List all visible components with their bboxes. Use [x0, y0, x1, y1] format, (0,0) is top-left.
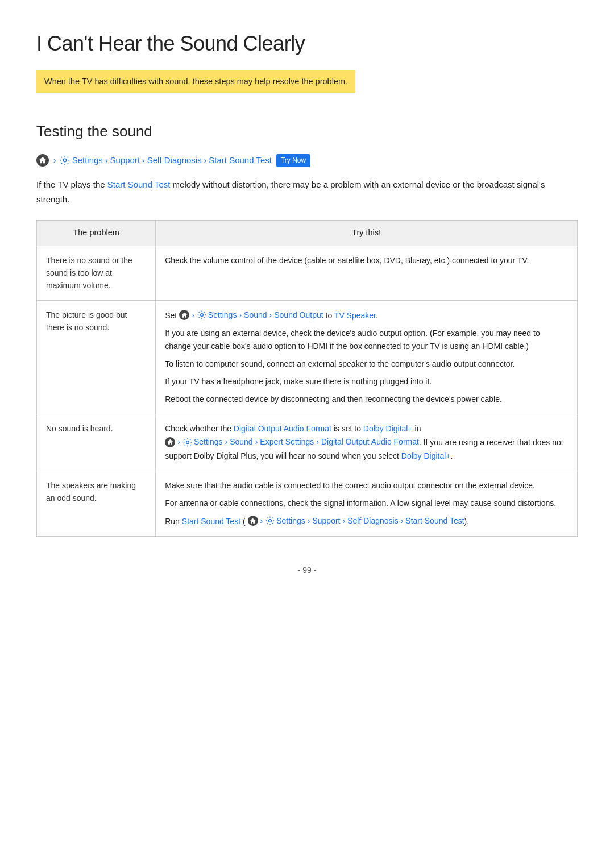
problem-cell-1: There is no sound or the sound is too lo…	[37, 246, 156, 300]
solution-para-4-2: For antenna or cable connections, check …	[165, 497, 568, 510]
intro-paragraph: If the TV plays the Start Sound Test mel…	[36, 177, 578, 206]
nav-start-sound-4: Start Sound Test	[405, 514, 464, 528]
solution-cell-1: Check the volume control of the device (…	[156, 246, 578, 300]
table-row: The speakers are making an odd sound. Ma…	[37, 471, 578, 536]
table-row: There is no sound or the sound is too lo…	[37, 246, 578, 300]
problem-cell-4: The speakers are making an odd sound.	[37, 471, 156, 536]
problem-cell-3: No sound is heard.	[37, 414, 156, 471]
col-solution-header: Try this!	[156, 221, 578, 246]
nav-sep-1: ›	[53, 154, 56, 167]
nav-support[interactable]: Support	[110, 153, 140, 167]
page-number: - 99 -	[36, 564, 578, 576]
nav-sep-2: ›	[105, 154, 108, 167]
nav-settings-inline: Settings	[208, 309, 237, 322]
section-title: Testing the sound	[36, 120, 578, 144]
solution-para-3-1: Check whether the Digital Output Audio F…	[165, 422, 568, 462]
gear-icon-sm-2	[182, 437, 193, 447]
svg-point-2	[186, 441, 189, 444]
nav-inline-3: › Settings › Sound › Expert Settings	[165, 435, 419, 448]
dolby-digital-plus-link: Dolby Digital+	[401, 451, 451, 460]
nav-settings[interactable]: Settings	[72, 153, 103, 167]
solution-para-2-2: If you are using an external device, che…	[165, 327, 568, 353]
nav-expert-settings: Expert Settings	[260, 435, 314, 448]
digital-output-link: Digital Output Audio Format	[234, 424, 331, 433]
nav-sound-3: Sound	[230, 435, 252, 448]
nav-support-4: Support	[312, 514, 340, 528]
intro-highlight-text: When the TV has difficulties with sound,…	[44, 77, 347, 86]
nav-digital-output-audio: Digital Output Audio Format	[321, 435, 419, 448]
solution-para-2-3: To listen to computer sound, connect an …	[165, 358, 568, 371]
start-sound-test-link-row4[interactable]: Start Sound Test	[182, 517, 240, 526]
start-sound-test-link-inline[interactable]: Start Sound Test	[107, 180, 171, 189]
col-problem-header: The problem	[37, 221, 156, 246]
gear-icon-sm-1	[197, 310, 207, 320]
solution-para-4-3: Run Start Sound Test ( › Settings	[165, 514, 568, 528]
home-icon[interactable]	[36, 154, 49, 167]
nav-inline-set: › Settings › Sound › Sound Output	[179, 309, 323, 322]
svg-point-0	[63, 159, 66, 162]
problem-cell-2: The picture is good but there is no soun…	[37, 300, 156, 414]
nav-sound-output-inline: Sound Output	[274, 309, 323, 322]
gear-icon-sm-3	[265, 516, 275, 526]
solution-cell-4: Make sure that the audio cable is connec…	[156, 471, 578, 536]
solution-para-2-4: If your TV has a headphone jack, make su…	[165, 375, 568, 388]
page-title: I Can't Hear the Sound Clearly	[36, 27, 578, 60]
solution-cell-2: Set › Settings ›	[156, 300, 578, 414]
table-row: No sound is heard. Check whether the Dig…	[37, 414, 578, 471]
nav-sound-inline: Sound	[244, 309, 267, 322]
gear-icon-1	[59, 154, 71, 167]
solution-para-2-nav: Set › Settings ›	[165, 309, 568, 322]
nav-self-diagnosis[interactable]: Self Diagnosis	[147, 153, 202, 167]
nav-self-diag-4: Self Diagnosis	[347, 514, 399, 528]
home-icon-sm-2	[165, 437, 175, 447]
table-row: The picture is good but there is no soun…	[37, 300, 578, 414]
nav-sep-4: ›	[204, 154, 207, 167]
solution-cell-3: Check whether the Digital Output Audio F…	[156, 414, 578, 471]
nav-start-sound-test[interactable]: Start Sound Test	[209, 153, 272, 167]
nav-path: › Settings › Support › Self Diagnosis › …	[36, 153, 578, 167]
home-icon-sm-3	[248, 516, 258, 526]
intro-highlight-box: When the TV has difficulties with sound,…	[36, 70, 355, 93]
try-now-badge[interactable]: Try Now	[276, 154, 310, 167]
dolby-digital-link: Dolby Digital+	[363, 424, 413, 433]
nav-sep-3: ›	[142, 154, 145, 167]
nav-inline-4: › Settings › Support › Self Diagnosis	[248, 514, 464, 528]
svg-point-3	[269, 520, 272, 522]
svg-point-1	[200, 314, 203, 317]
solution-para-2-5: Reboot the connected device by disconnec…	[165, 393, 568, 406]
troubleshoot-table: The problem Try this! There is no sound …	[36, 220, 578, 537]
home-icon-sm-1	[179, 310, 189, 320]
nav-tv-speaker-inline: TV Speaker	[334, 311, 376, 320]
solution-para-4-1: Make sure that the audio cable is connec…	[165, 479, 568, 492]
solution-para-1-1: Check the volume control of the device (…	[165, 254, 568, 267]
